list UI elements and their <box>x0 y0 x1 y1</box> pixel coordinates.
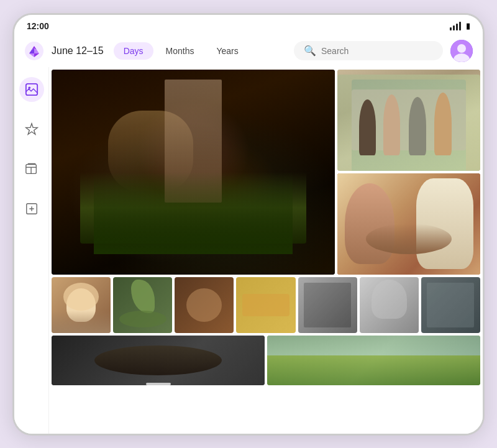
thumb-bw-group[interactable] <box>298 277 357 333</box>
sidebar-item-albums[interactable] <box>19 157 44 181</box>
sidebar-item-photos[interactable] <box>19 77 44 102</box>
sidebar-item-favorites[interactable] <box>19 117 44 142</box>
sidebar <box>14 67 49 434</box>
search-icon: 🔍 <box>304 45 316 57</box>
thumb-food-closeup[interactable] <box>175 277 234 333</box>
bottom-photo-row <box>52 336 480 385</box>
thumb-hands-food[interactable] <box>236 277 295 333</box>
search-bar[interactable]: 🔍 <box>294 41 443 60</box>
svg-rect-7 <box>27 163 35 164</box>
group-bg <box>337 70 480 171</box>
battery-icon: ▮ <box>466 21 470 30</box>
app-logo[interactable] <box>24 41 44 61</box>
avatar[interactable] <box>450 40 473 62</box>
svg-point-2 <box>457 44 466 53</box>
thumb-vintage-blue[interactable] <box>421 277 480 333</box>
view-tabs: Days Months Years <box>114 42 248 60</box>
main-photo-row <box>52 70 480 275</box>
cooking-bg <box>52 70 335 275</box>
date-label: June 12–15 <box>52 45 104 57</box>
thumb-bw-portrait[interactable] <box>360 277 419 333</box>
photo-outdoor-green[interactable] <box>267 336 480 385</box>
photo-dark-food[interactable] <box>52 336 265 385</box>
status-icons: ▮ <box>450 21 470 30</box>
photo-right-column <box>337 70 480 275</box>
search-input[interactable] <box>321 46 433 56</box>
top-bar: June 12–15 Days Months Years 🔍 <box>14 35 483 67</box>
photo-eating[interactable] <box>337 173 480 275</box>
thumb-person-eating[interactable] <box>52 277 111 333</box>
tab-months[interactable]: Months <box>156 42 204 60</box>
signal-icon <box>450 22 461 30</box>
main-area <box>14 67 483 434</box>
eating-bg <box>337 173 480 275</box>
photo-cooking[interactable] <box>52 70 335 275</box>
sidebar-item-shared[interactable] <box>19 196 44 221</box>
tab-years[interactable]: Years <box>206 42 248 60</box>
status-time: 12:00 <box>27 21 49 31</box>
status-bar: 12:00 ▮ <box>14 15 483 35</box>
thumbnail-row <box>52 277 480 333</box>
tab-days[interactable]: Days <box>114 42 153 60</box>
photo-grid[interactable] <box>49 67 483 434</box>
tablet-frame: 12:00 ▮ June 12–15 <box>12 13 485 436</box>
photo-group[interactable] <box>337 70 480 171</box>
thumb-flowers[interactable] <box>113 277 172 333</box>
